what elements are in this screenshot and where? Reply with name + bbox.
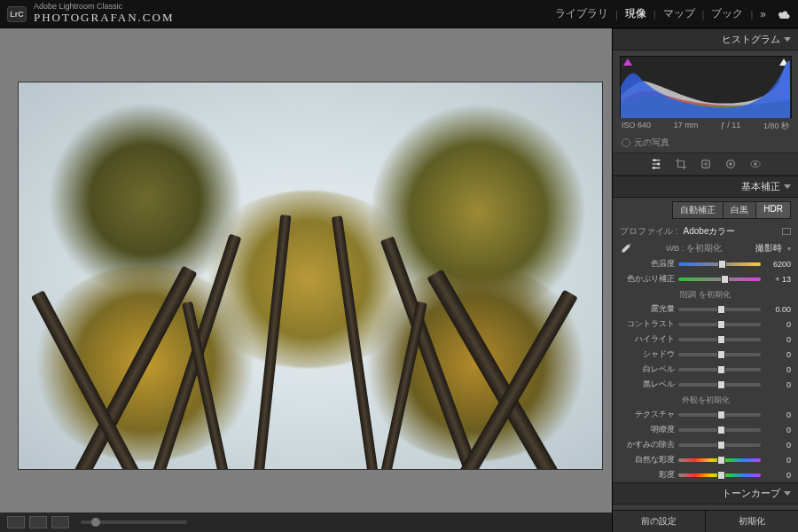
view-mode-grid[interactable] [51, 516, 69, 528]
histogram-title: ヒストグラム [722, 33, 780, 46]
edit-sliders-icon[interactable] [650, 158, 662, 170]
slider-dehaze[interactable]: かすみの除去 0 [613, 437, 798, 452]
slider-clarity[interactable]: 明瞭度 0 [613, 422, 798, 437]
redeye-icon[interactable] [749, 158, 762, 170]
app-logo: LrC [7, 6, 27, 22]
profile-row[interactable]: プロファイル : Adobeカラー [613, 223, 798, 240]
app-title-block: Adobe Lightroom Classic PHOTOGRAFAN.COM [34, 3, 174, 25]
slider-vibrance[interactable]: 自然な彩度 0 [613, 452, 798, 467]
site-brand: PHOTOGRAFAN.COM [34, 11, 174, 25]
chevron-down-icon [784, 184, 791, 189]
basic-title: 基本補正 [741, 180, 780, 193]
nav-more[interactable]: » [753, 4, 773, 24]
chevron-down-icon [784, 491, 791, 496]
svg-point-0 [653, 159, 655, 161]
slider-blacks[interactable]: 黒レベル 0 [613, 377, 798, 392]
original-toggle[interactable]: 元の写真 [613, 135, 798, 153]
cloud-sync-icon[interactable] [777, 10, 791, 19]
auto-button[interactable]: 自動補正 [672, 201, 724, 219]
profile-label: プロファイル : [620, 225, 678, 238]
healing-icon[interactable] [700, 158, 712, 170]
hdr-button[interactable]: HDR [756, 201, 791, 219]
profile-value: Adobeカラー [684, 225, 736, 238]
slider-whites[interactable]: 白レベル 0 [613, 362, 798, 377]
histogram-display[interactable] [620, 56, 792, 118]
eyedropper-icon[interactable] [620, 242, 632, 254]
tone-group-header[interactable]: 階調 を初期化 [613, 286, 798, 301]
crop-icon[interactable] [675, 158, 687, 170]
nav-map[interactable]: マップ [656, 3, 702, 25]
bw-button[interactable]: 白黒 [724, 201, 756, 219]
nav-develop[interactable]: 現像 [618, 3, 653, 25]
develop-right-panel: ヒストグラム ISO 640 17 mm ƒ / 11 1/80 秒 元の写真 [612, 28, 798, 532]
slider-texture[interactable]: テクスチャ 0 [613, 407, 798, 422]
tonecurve-header[interactable]: トーンカーブ [613, 482, 798, 505]
nav-book[interactable]: ブック [704, 3, 750, 25]
previous-settings-button[interactable]: 前の設定 [613, 511, 705, 532]
view-mode-loupe[interactable] [7, 516, 25, 528]
slider-saturation[interactable]: 彩度 0 [613, 467, 798, 482]
svg-point-1 [657, 163, 660, 166]
original-label: 元の写真 [634, 137, 669, 149]
mask-icon[interactable] [724, 158, 737, 170]
image-canvas-area [0, 28, 612, 532]
thumbnail-size-slider[interactable] [81, 520, 187, 524]
basic-panel-header[interactable]: 基本補正 [613, 176, 798, 198]
exif-shutter: 1/80 秒 [763, 121, 789, 132]
profile-browser-icon[interactable] [782, 228, 791, 235]
svg-point-5 [729, 162, 732, 166]
slider-exposure[interactable]: 露光量 0.00 [613, 301, 798, 317]
panel-footer: 前の設定 初期化 [613, 510, 798, 532]
radio-icon [622, 138, 630, 147]
wb-preset[interactable]: 撮影時 [755, 243, 782, 254]
histogram-header[interactable]: ヒストグラム [613, 28, 798, 51]
slider-contrast[interactable]: コントラスト 0 [613, 317, 798, 332]
svg-point-7 [754, 162, 757, 166]
filmstrip-toolbar [0, 512, 612, 532]
edit-toolstrip [613, 153, 798, 176]
module-switcher: ライブラリ | 現像 | マップ | ブック | » [548, 3, 791, 25]
slider-highlights[interactable]: ハイライト 0 [613, 332, 798, 347]
slider-shadows[interactable]: シャドウ 0 [613, 347, 798, 362]
view-mode-before-after[interactable] [29, 516, 47, 528]
tonecurve-title: トーンカーブ [722, 487, 780, 500]
treatment-selector: 自動補正 白黒 HDR [613, 198, 798, 223]
app-titlebar: LrC Adobe Lightroom Classic PHOTOGRAFAN.… [0, 0, 798, 28]
preview-image[interactable] [18, 82, 603, 470]
wb-reset-label[interactable]: WB : を初期化 [638, 243, 750, 254]
reset-button[interactable]: 初期化 [705, 511, 798, 532]
slider-temperature[interactable]: 色温度 6200 [613, 256, 798, 271]
svg-point-2 [652, 167, 654, 169]
exif-focal: 17 mm [674, 121, 699, 132]
app-subtitle: Adobe Lightroom Classic [34, 3, 174, 11]
exif-summary: ISO 640 17 mm ƒ / 11 1/80 秒 [613, 120, 798, 135]
exif-aperture: ƒ / 11 [721, 121, 741, 132]
nav-library[interactable]: ライブラリ [548, 3, 615, 25]
slider-tint[interactable]: 色かぶり補正 + 13 [613, 271, 798, 286]
chevron-down-icon [784, 37, 791, 42]
presence-group-header[interactable]: 外観を初期化 [613, 392, 798, 407]
exif-iso: ISO 640 [622, 121, 651, 132]
